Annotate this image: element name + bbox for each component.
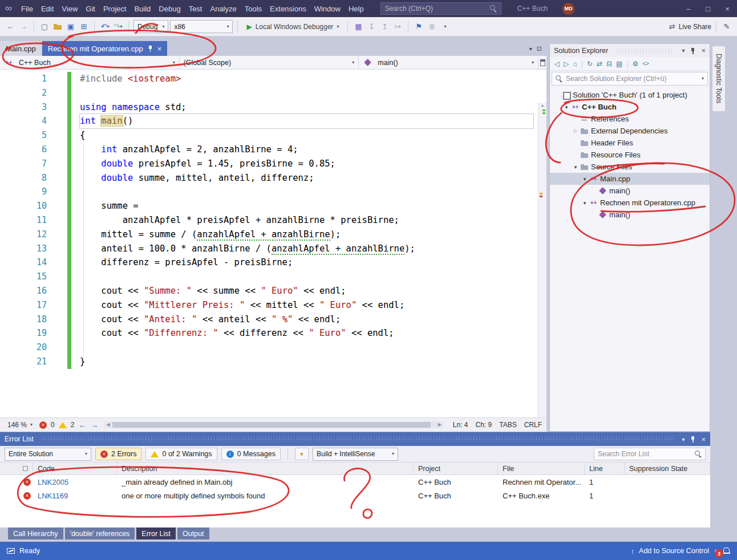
menu-build[interactable]: Build bbox=[130, 3, 155, 15]
close-icon[interactable]: × bbox=[701, 435, 706, 444]
navigate-backward-icon[interactable]: ← bbox=[78, 420, 86, 429]
column-header-line[interactable]: Line bbox=[585, 462, 625, 474]
feedback-icon[interactable]: ✎ bbox=[721, 21, 732, 33]
editor-tab-main-cpp[interactable]: Main.cpp bbox=[0, 41, 42, 56]
panel-tab-output[interactable]: Output bbox=[177, 527, 209, 539]
sync-active-document-icon[interactable]: ⇄ bbox=[597, 60, 602, 68]
tree-item-solution-c-buch-1-of-1-project[interactable]: Solution 'C++ Buch' (1 of 1 project) bbox=[550, 89, 710, 101]
tree-item-c-buch[interactable]: ▾C++ Buch bbox=[550, 101, 710, 113]
tab-list-dropdown-icon[interactable]: ▾ bbox=[529, 46, 532, 52]
add-to-source-control-button[interactable]: Add to Source Control bbox=[639, 547, 709, 555]
close-icon[interactable]: × bbox=[157, 45, 162, 52]
notification-count-badge[interactable]: 3 bbox=[715, 549, 723, 558]
tree-item-external-dependencies[interactable]: ▷External Dependencies bbox=[550, 125, 710, 137]
quick-search-box[interactable] bbox=[380, 2, 501, 15]
menu-tools[interactable]: Tools bbox=[241, 3, 266, 15]
line-number-gutter[interactable]: 123456789101112131415161718192021 bbox=[0, 72, 49, 369]
column-header-project[interactable]: Project bbox=[414, 462, 498, 474]
column-header-code[interactable]: Code bbox=[33, 462, 117, 474]
step-into-icon[interactable]: ↧ bbox=[366, 21, 377, 33]
tree-item-main[interactable]: main() bbox=[550, 185, 710, 197]
profiler-icon[interactable]: ▦ bbox=[353, 21, 364, 33]
panel-tab-double-references[interactable]: 'double' references bbox=[65, 527, 135, 539]
tree-expanded-arrow-icon[interactable]: ▾ bbox=[581, 200, 589, 206]
home-icon[interactable]: ⌂ bbox=[573, 60, 577, 68]
notifications-bell-icon[interactable] bbox=[723, 547, 730, 554]
menu-analyze[interactable]: Analyze bbox=[206, 3, 240, 15]
start-debugging-button[interactable]: ▶ Local Windows Debugger ▾ bbox=[242, 20, 343, 34]
close-icon[interactable]: × bbox=[701, 46, 706, 55]
close-icon[interactable]: × bbox=[718, 0, 737, 17]
column-header-file[interactable]: File bbox=[498, 462, 585, 474]
messages-filter-toggle[interactable]: i 0 Messages bbox=[221, 448, 281, 460]
scope-filter-dropdown[interactable]: Entire Solution▾ bbox=[5, 448, 91, 461]
navigate-back-icon[interactable]: ← bbox=[5, 21, 16, 33]
collapse-all-icon[interactable]: ⊟ bbox=[606, 60, 612, 68]
tree-item-resource-files[interactable]: Resource Files bbox=[550, 149, 710, 161]
solution-explorer-search-box[interactable]: ▾ bbox=[552, 72, 708, 86]
error-list-title-bar[interactable]: Error List ▾ × bbox=[0, 432, 710, 446]
scrollbar-thumb[interactable] bbox=[112, 422, 430, 428]
minimize-icon[interactable]: – bbox=[679, 0, 698, 17]
pin-icon[interactable] bbox=[690, 436, 695, 443]
error-row-lnk2005[interactable]: ×LNK2005_main already defined in Main.ob… bbox=[0, 475, 710, 489]
preview-code-icon[interactable]: <> bbox=[642, 60, 649, 67]
redo-icon[interactable]: ↷▾ bbox=[112, 21, 124, 33]
tree-item-main[interactable]: main() bbox=[550, 209, 710, 221]
source-filter-dropdown[interactable]: Build + IntelliSense▾ bbox=[313, 448, 398, 461]
scope-dropdown[interactable]: (Global Scope)▾ bbox=[180, 56, 359, 69]
scroll-left-icon[interactable]: ◀ bbox=[106, 421, 110, 428]
column-header-description[interactable]: Description bbox=[117, 462, 414, 474]
save-all-icon[interactable]: ⊞ bbox=[78, 21, 90, 33]
undo-icon[interactable]: ↶▾ bbox=[99, 21, 111, 33]
tree-expanded-arrow-icon[interactable]: ▾ bbox=[572, 164, 580, 170]
filter-icon[interactable]: ▼ bbox=[295, 448, 309, 460]
editor-tab-rechnen-mit-operatoren-cpp[interactable]: Rechnen mit Operatoren.cpp× bbox=[42, 41, 168, 56]
navigate-forward-icon[interactable]: → bbox=[18, 21, 29, 33]
menu-help[interactable]: Help bbox=[345, 3, 368, 15]
menu-debug[interactable]: Debug bbox=[155, 3, 184, 15]
bookmark-icon[interactable]: ⚑ bbox=[413, 21, 424, 33]
properties-icon[interactable]: ⚙ bbox=[633, 60, 639, 68]
pin-icon[interactable] bbox=[148, 45, 153, 52]
tree-item-source-files[interactable]: ▾Source Files bbox=[550, 161, 710, 173]
live-share-button[interactable]: ⇄ Live Share bbox=[669, 22, 711, 31]
errors-filter-toggle[interactable]: × 2 Errors bbox=[95, 448, 141, 460]
solution-explorer-title-bar[interactable]: Solution Explorer ▾ × bbox=[550, 44, 710, 57]
tree-expanded-arrow-icon[interactable]: ▾ bbox=[562, 104, 570, 110]
drag-handle[interactable] bbox=[42, 437, 674, 441]
menu-edit[interactable]: Edit bbox=[37, 3, 58, 15]
panel-tab-call-hierarchy[interactable]: Call Hierarchy bbox=[8, 527, 63, 539]
code-editor[interactable]: 123456789101112131415161718192021 #inclu… bbox=[0, 70, 546, 417]
member-dropdown[interactable]: main()▾ bbox=[359, 56, 538, 69]
column-header-suppression-state[interactable]: Suppression State bbox=[625, 462, 710, 474]
pin-icon[interactable] bbox=[690, 47, 695, 54]
menu-project[interactable]: Project bbox=[99, 3, 130, 15]
forward-icon[interactable]: ▷ bbox=[564, 60, 569, 68]
open-folder-icon[interactable] bbox=[52, 21, 63, 33]
warnings-filter-toggle[interactable]: 0 of 2 Warnings bbox=[145, 448, 217, 460]
refresh-icon[interactable]: ↻ bbox=[587, 60, 593, 68]
split-editor-button[interactable] bbox=[538, 56, 546, 69]
menu-extensions[interactable]: Extensions bbox=[266, 3, 310, 15]
search-input[interactable] bbox=[385, 5, 490, 13]
menu-git[interactable]: Git bbox=[82, 3, 99, 15]
vertical-scrollbar[interactable]: ▲ ▼ bbox=[538, 103, 546, 417]
save-icon[interactable]: ▣ bbox=[65, 21, 76, 33]
new-file-icon[interactable]: ▢ bbox=[39, 21, 50, 33]
scroll-up-icon[interactable]: ▲ bbox=[538, 103, 546, 107]
menu-view[interactable]: View bbox=[58, 3, 82, 15]
back-icon[interactable]: ◁ bbox=[554, 60, 560, 68]
menu-window[interactable]: Window bbox=[310, 3, 345, 15]
tree-expanded-arrow-icon[interactable]: ▾ bbox=[581, 176, 589, 182]
scroll-right-icon[interactable]: ▶ bbox=[438, 421, 442, 428]
maximize-icon[interactable]: □ bbox=[698, 0, 718, 17]
error-search-input[interactable] bbox=[598, 450, 691, 458]
float-window-icon[interactable]: ⊡ bbox=[537, 45, 542, 52]
outline-icon[interactable]: ≣ bbox=[426, 21, 438, 33]
tree-item-main-cpp[interactable]: ▾Main.cpp bbox=[550, 173, 710, 185]
show-all-files-icon[interactable]: ▤ bbox=[616, 60, 622, 68]
window-position-icon[interactable]: ▾ bbox=[682, 436, 685, 443]
search-options-icon[interactable]: ▾ bbox=[702, 76, 704, 81]
drag-handle[interactable] bbox=[616, 48, 674, 53]
